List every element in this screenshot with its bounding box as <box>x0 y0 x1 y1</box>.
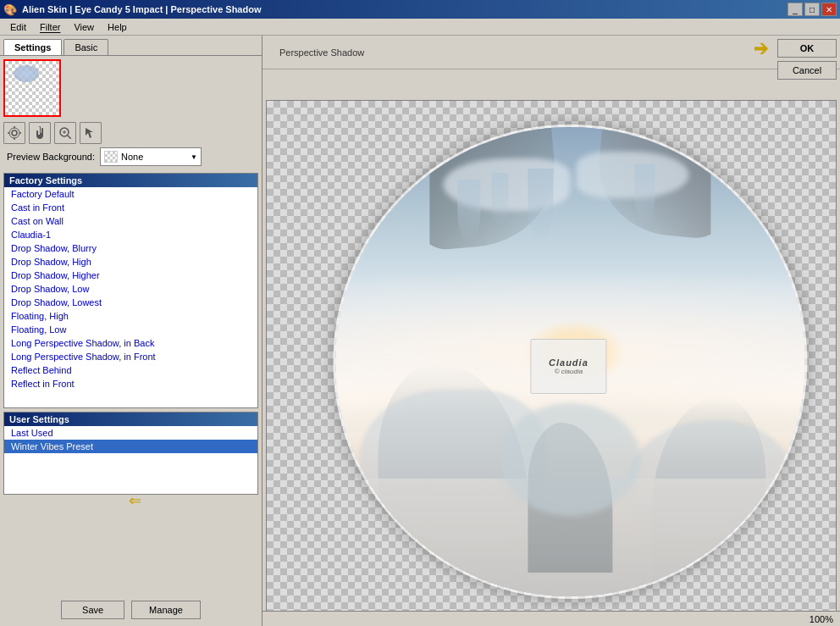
preview-canvas: Claudia © claudia <box>266 100 837 623</box>
factory-settings-section: Factory Settings Factory Default Cast in… <box>3 173 258 408</box>
preview-background-row: Preview Background: None ▼ <box>7 147 202 166</box>
list-item-claudia-1[interactable]: Claudia-1 <box>4 228 257 241</box>
preview-thumb-area: Preview Background: None ▼ <box>0 55 262 169</box>
icicle-4 <box>635 164 655 224</box>
app-icon: 🎨 <box>3 3 17 16</box>
title-text: Alien Skin | Eye Candy 5 Impact | Perspe… <box>22 4 261 14</box>
icicle-3 <box>528 169 554 242</box>
ok-cancel-buttons: 🡲 OK Cancel <box>777 36 837 83</box>
left-panel: Settings Basic <box>0 36 262 626</box>
list-item-reflect-behind[interactable]: Reflect Behind <box>4 363 257 377</box>
toolbar-row <box>3 122 202 144</box>
settings-icon <box>8 126 21 140</box>
claudia-text: Claudia © claudia <box>549 357 589 375</box>
menu-filter[interactable]: Filter <box>33 20 67 34</box>
factory-settings-header: Factory Settings <box>4 174 257 187</box>
zoom-level: 100% <box>810 614 833 624</box>
center-bush <box>500 385 640 573</box>
list-item-floating-low[interactable]: Floating, Low <box>4 323 257 336</box>
icicle-1 <box>457 180 480 243</box>
list-item-drop-shadow-blurry[interactable]: Drop Shadow, Blurry <box>4 241 257 255</box>
right-panel: Perspective Shadow 🡲 OK Cancel <box>262 36 840 626</box>
main-container: Settings Basic <box>0 36 840 626</box>
ok-button[interactable]: OK <box>777 39 837 58</box>
svg-line-7 <box>68 136 71 139</box>
user-settings-section: User Settings Last Used Winter Vibes Pre… <box>3 412 258 495</box>
list-item-last-used[interactable]: Last Used <box>4 426 257 440</box>
dropdown-arrow-icon: ▼ <box>191 153 197 161</box>
settings-icon-button[interactable] <box>3 122 25 144</box>
list-item-drop-shadow-low[interactable]: Drop Shadow, Low <box>4 282 257 296</box>
center-bush-snow <box>500 403 640 516</box>
menu-edit[interactable]: Edit <box>3 20 33 34</box>
ok-arrow-indicator: 🡲 <box>754 41 769 58</box>
zoom-icon <box>59 127 71 139</box>
svg-point-1 <box>9 128 19 138</box>
menu-help[interactable]: Help <box>101 20 134 34</box>
title-bar: 🎨 Alien Skin | Eye Candy 5 Impact | Pers… <box>0 0 840 19</box>
preview-background-label: Preview Background: <box>7 152 95 162</box>
list-item-floating-high[interactable]: Floating, High <box>4 309 257 323</box>
list-item-drop-shadow-high[interactable]: Drop Shadow, High <box>4 255 257 269</box>
menu-bar: Edit Filter View Help <box>0 19 840 36</box>
list-item-long-perspective-front[interactable]: Long Perspective Shadow, in Front <box>4 350 257 363</box>
claudia-watermark: Claudia © claudia <box>530 339 606 394</box>
list-item-cast-on-wall[interactable]: Cast on Wall <box>4 214 257 228</box>
right-top-bar: Perspective Shadow 🡲 OK Cancel <box>262 36 840 69</box>
manage-button[interactable]: Manage <box>131 601 201 619</box>
list-item-long-perspective-back[interactable]: Long Perspective Shadow, in Back <box>4 336 257 350</box>
arrow-icon <box>85 127 97 139</box>
menu-view[interactable]: View <box>67 20 101 34</box>
maximize-button[interactable]: □ <box>804 3 820 16</box>
tab-settings[interactable]: Settings <box>3 39 62 55</box>
none-bg-icon <box>104 151 118 163</box>
list-item-cast-in-front[interactable]: Cast in Front <box>4 201 257 214</box>
list-item-factory-default[interactable]: Factory Default <box>4 187 257 201</box>
user-settings-header: User Settings <box>4 413 257 426</box>
list-item-winter-vibes[interactable]: Winter Vibes Preset <box>4 440 257 453</box>
bottom-buttons: Save Manage <box>0 594 262 626</box>
user-settings-list[interactable]: Last Used Winter Vibes Preset <box>4 426 257 494</box>
cancel-button[interactable]: Cancel <box>777 61 837 80</box>
preview-background-select[interactable]: None ▼ <box>100 147 202 166</box>
winter-scene: Claudia © claudia <box>335 127 804 596</box>
list-item-drop-shadow-lowest[interactable]: Drop Shadow, Lowest <box>4 296 257 309</box>
close-button[interactable]: ✕ <box>821 3 837 16</box>
list-item-drop-shadow-higher[interactable]: Drop Shadow, Higher <box>4 269 257 282</box>
zoom-tool-button[interactable] <box>54 122 76 144</box>
hand-tool-button[interactable] <box>29 122 51 144</box>
preview-bg-value: None <box>121 152 143 162</box>
winter-scene-circle: Claudia © claudia <box>333 125 807 599</box>
icicle-2 <box>491 173 508 225</box>
factory-settings-list[interactable]: Factory Default Cast in Front Cast on Wa… <box>4 187 257 407</box>
preview-thumbnail[interactable] <box>3 59 61 117</box>
tab-basic[interactable]: Basic <box>64 39 108 55</box>
status-bar: 100% <box>262 611 840 626</box>
title-controls[interactable]: _ □ ✕ <box>788 3 837 16</box>
minimize-button[interactable]: _ <box>788 3 803 16</box>
claudia-name: Claudia <box>549 357 589 368</box>
arrow-tool-button[interactable] <box>80 122 102 144</box>
svg-point-0 <box>12 130 17 136</box>
list-item-reflect-in-front[interactable]: Reflect in Front <box>4 377 257 391</box>
snow-branch-right <box>576 152 688 198</box>
hand-icon <box>34 126 46 140</box>
claudia-subtitle: © claudia <box>549 368 589 375</box>
tabs-row: Settings Basic <box>0 36 262 55</box>
title-bar-left: 🎨 Alien Skin | Eye Candy 5 Impact | Pers… <box>3 3 261 16</box>
save-button[interactable]: Save <box>61 601 124 619</box>
perspective-shadow-tab-label[interactable]: Perspective Shadow <box>273 46 371 59</box>
